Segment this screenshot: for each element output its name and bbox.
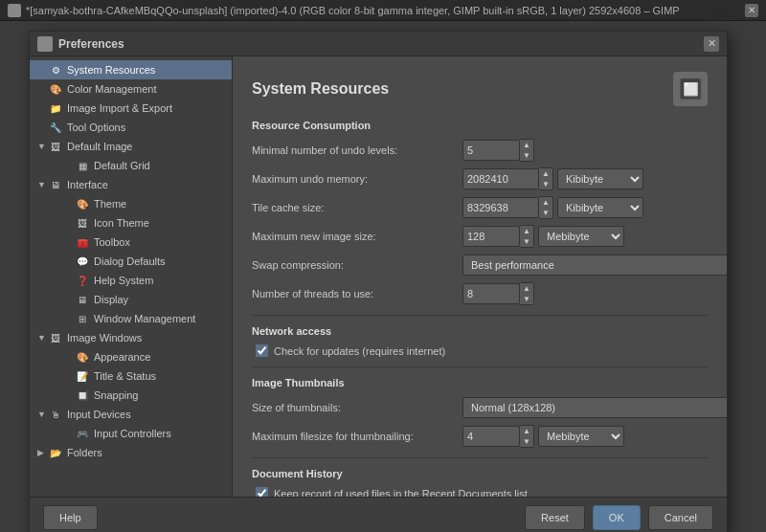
tree-item-label: Image Import & Export [67, 102, 172, 114]
toolbox-icon: 🧰 [76, 235, 89, 249]
tree-item-color-management[interactable]: 🎨 Color Management [30, 79, 232, 99]
tool-options-icon: 🔧 [49, 121, 62, 134]
network-access-heading: Network access [252, 325, 708, 337]
thumbnail-size-select[interactable]: No thumbnails Normal (128x128) Large (25… [462, 397, 727, 418]
undo-levels-spin-down[interactable]: ▼ [520, 150, 533, 161]
tree-item-help-system[interactable]: ❓ Help System [30, 271, 232, 290]
reset-button[interactable]: Reset [525, 505, 585, 530]
document-history-heading: Document History [252, 468, 708, 479]
window-mgmt-icon: ⊞ [76, 312, 89, 325]
max-image-size-spin-btns: ▲ ▼ [520, 225, 534, 248]
tree-item-tool-options[interactable]: 🔧 Tool Options [30, 118, 232, 137]
section-title-bar: System Resources 🔲 [252, 72, 708, 106]
tree-item-folders[interactable]: ▶ 📂 Folders [30, 443, 232, 462]
threads-control: ▲ ▼ [462, 282, 534, 305]
undo-memory-unit-select[interactable]: Kibibyte Mebibyte Gibibyte [557, 168, 643, 189]
tree-item-display[interactable]: 🖥 Display [30, 290, 232, 309]
dialog-icon [37, 36, 53, 52]
threads-row: Number of threads to use: ▲ ▼ [252, 282, 708, 305]
dialog-close-button[interactable]: ✕ [704, 36, 719, 52]
tile-cache-spin-up[interactable]: ▲ [539, 197, 552, 208]
tile-cache-input[interactable] [462, 197, 539, 218]
threads-spin-btns: ▲ ▼ [520, 282, 534, 305]
thumbnail-maxsize-input[interactable] [462, 426, 520, 447]
main-window-title: *[samyak-bothra-CAfkeMBqQQo-unsplash] (i… [26, 5, 745, 16]
tile-cache-control: ▲ ▼ Kibibyte Mebibyte Gibibyte [462, 196, 643, 219]
undo-memory-label: Maximum undo memory: [252, 173, 462, 185]
color-management-icon: 🎨 [49, 82, 62, 96]
icon-theme-icon: 🖼 [76, 216, 89, 230]
threads-spin-up[interactable]: ▲ [520, 283, 533, 294]
tree-item-snapping[interactable]: 🔲 Snapping [30, 386, 232, 405]
tree-item-icon-theme[interactable]: 🖼 Icon Theme [30, 213, 232, 233]
main-close-button[interactable]: ✕ [745, 4, 758, 17]
undo-memory-spin-btns: ▲ ▼ [539, 167, 553, 190]
tree-item-default-grid[interactable]: ▦ Default Grid [30, 156, 232, 175]
tree-item-label: Theme [94, 198, 126, 210]
default-grid-icon: ▦ [76, 159, 89, 172]
system-resources-icon: ⚙ [49, 63, 62, 77]
tree-item-theme[interactable]: 🎨 Theme [30, 194, 232, 213]
undo-memory-input[interactable] [462, 168, 539, 189]
image-thumbnails-heading: Image Thumbnails [252, 377, 708, 388]
interface-icon: 🖥 [49, 178, 62, 191]
folders-icon: 📂 [49, 446, 62, 459]
max-image-size-input[interactable] [462, 226, 520, 247]
tile-cache-spinner: ▲ ▼ [462, 196, 553, 219]
theme-icon: 🎨 [76, 197, 89, 211]
cancel-button[interactable]: Cancel [648, 505, 713, 530]
max-image-size-spin-down[interactable]: ▼ [520, 236, 533, 247]
gimp-background: Preferences ✕ ⚙ System Resources 🎨 Color… [0, 21, 766, 532]
thumbnail-maxsize-unit-select[interactable]: Kibibyte Mebibyte Gibibyte [538, 426, 624, 447]
thumbnail-maxsize-spin-up[interactable]: ▲ [520, 426, 533, 436]
tree-item-toolbox[interactable]: 🧰 Toolbox [30, 233, 232, 252]
tree-item-label: Input Controllers [94, 428, 171, 439]
image-windows-icon: 🖼 [49, 331, 62, 344]
thumbnail-size-label: Size of thumbnails: [252, 402, 462, 413]
tree-item-label: Title & Status [94, 370, 156, 382]
tree-item-label: Snapping [94, 389, 139, 401]
tree-item-image-import-export[interactable]: 📁 Image Import & Export [30, 99, 232, 118]
default-image-icon: 🖼 [49, 140, 62, 153]
document-history-row: Keep record of used files in the Recent … [252, 487, 708, 497]
thumbnail-maxsize-spin-down[interactable]: ▼ [520, 436, 533, 447]
tree-item-input-controllers[interactable]: 🎮 Input Controllers [30, 424, 232, 443]
main-window-icon [8, 4, 21, 17]
max-image-size-label: Maximum new image size: [252, 231, 462, 242]
max-image-size-spin-up[interactable]: ▲ [520, 226, 533, 236]
tree-item-label: Default Grid [94, 160, 150, 171]
left-panel: ⚙ System Resources 🎨 Color Management 📁 … [30, 56, 233, 497]
ok-button[interactable]: OK [593, 505, 641, 530]
tree-item-label: Window Management [94, 313, 195, 324]
threads-spin-down[interactable]: ▼ [520, 294, 533, 304]
tree-item-dialog-defaults[interactable]: 💬 Dialog Defaults [30, 252, 232, 271]
tree-item-input-devices[interactable]: ▼ 🖱 Input Devices [30, 405, 232, 424]
swap-compression-select[interactable]: Best performance Good compression Best c… [462, 255, 727, 276]
tree-item-image-windows[interactable]: ▼ 🖼 Image Windows [30, 328, 232, 347]
network-access-checkbox[interactable] [256, 344, 268, 357]
undo-levels-spin-up[interactable]: ▲ [520, 140, 533, 150]
threads-input[interactable] [462, 283, 520, 304]
tree-item-default-image[interactable]: ▼ 🖼 Default Image [30, 137, 232, 156]
right-panel: System Resources 🔲 Resource Consumption … [233, 56, 727, 497]
tree-item-system-resources[interactable]: ⚙ System Resources [30, 60, 232, 79]
thumbnail-maxsize-row: Maximum filesize for thumbnailing: ▲ ▼ K… [252, 425, 708, 448]
tile-cache-unit-select[interactable]: Kibibyte Mebibyte Gibibyte [557, 197, 643, 218]
undo-memory-spin-down[interactable]: ▼ [539, 179, 552, 189]
tree-item-window-management[interactable]: ⊞ Window Management [30, 309, 232, 328]
thumbnail-maxsize-control: ▲ ▼ Kibibyte Mebibyte Gibibyte [462, 425, 624, 448]
undo-memory-spin-up[interactable]: ▲ [539, 168, 552, 179]
document-history-checkbox[interactable] [256, 487, 268, 497]
divider-3 [252, 457, 708, 458]
tree-item-label: Interface [67, 179, 108, 190]
tree-item-interface[interactable]: ▼ 🖥 Interface [30, 175, 232, 194]
max-image-size-unit-select[interactable]: Kibibyte Mebibyte Gibibyte [538, 226, 624, 247]
help-button[interactable]: Help [43, 505, 98, 530]
divider-2 [252, 366, 708, 367]
dialog-body: ⚙ System Resources 🎨 Color Management 📁 … [30, 56, 727, 497]
max-image-size-spinner: ▲ ▼ [462, 225, 534, 248]
tree-item-appearance[interactable]: 🎨 Appearance [30, 347, 232, 366]
undo-levels-input[interactable] [462, 140, 520, 161]
tile-cache-spin-down[interactable]: ▼ [539, 208, 552, 218]
tree-item-title-status[interactable]: 📝 Title & Status [30, 366, 232, 386]
